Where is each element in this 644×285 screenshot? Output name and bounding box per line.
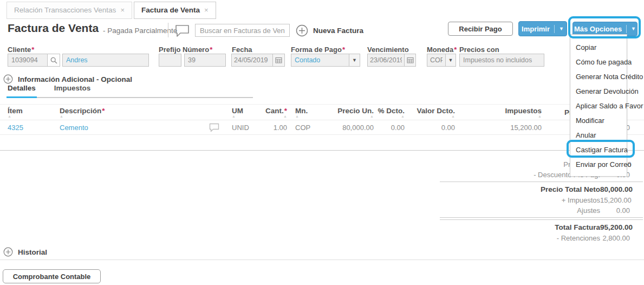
- item-code-link[interactable]: 4325: [0, 124, 60, 132]
- total-row-total-factura: Total Factura95,200.00: [440, 222, 643, 233]
- more-options-menu: Copiar Cómo fue pagada Generar Nota Créd…: [570, 34, 627, 177]
- tab-detalles[interactable]: Detalles: [6, 84, 37, 98]
- menu-item-modificar[interactable]: Modificar: [570, 113, 627, 127]
- cell-impuestos: 15,200.00: [455, 124, 542, 132]
- numero-field[interactable]: [184, 54, 226, 67]
- cliente-name-field[interactable]: [62, 54, 149, 67]
- invoice-page: Relación Transacciones Ventas × Factura …: [0, 0, 644, 285]
- item-description-link[interactable]: Cemento: [60, 124, 203, 132]
- fecha-field[interactable]: [231, 54, 273, 67]
- cell-mn: COP: [287, 124, 326, 132]
- tab-factura-venta[interactable]: Factura de Venta ×: [134, 2, 216, 19]
- precios-con-field[interactable]: [459, 54, 544, 67]
- info-adicional-toggle[interactable]: Información Adicional - Opcional: [3, 74, 132, 84]
- col-pct-dcto[interactable]: % Dcto.▲: [374, 105, 405, 120]
- divider: [168, 23, 168, 37]
- comprobante-contable-button[interactable]: Comprobante Contable: [3, 269, 101, 283]
- search-client-button[interactable]: [47, 54, 60, 67]
- page-title: Factura de Venta: [8, 22, 99, 35]
- cell-precio-un: 80,000.00: [326, 124, 374, 132]
- menu-item-enviar-correo[interactable]: Enviar por Correo: [570, 157, 627, 171]
- tab-label: Factura de Venta: [141, 6, 200, 14]
- menu-item-como-fue-pagada[interactable]: Cómo fue pagada: [570, 54, 627, 69]
- calendar-icon: [275, 57, 282, 63]
- close-icon[interactable]: ×: [120, 6, 125, 14]
- fecha-label: Fecha: [232, 46, 252, 54]
- info-adicional-label: Información Adicional - Opcional: [18, 75, 132, 83]
- divider: [626, 25, 627, 33]
- print-button[interactable]: Imprimir ▼: [518, 21, 567, 36]
- numero-label: Número*: [183, 46, 212, 54]
- forma-pago-field[interactable]: [291, 54, 349, 67]
- divider: [554, 25, 555, 33]
- moneda-dropdown-button[interactable]: ▼: [445, 54, 456, 67]
- vencimiento-field[interactable]: [367, 54, 405, 67]
- vencimiento-calendar-button[interactable]: [404, 54, 416, 67]
- receive-payment-button[interactable]: Recibir Pago: [448, 22, 513, 36]
- divider: [440, 217, 643, 218]
- status-badge: - Pagada Parcialmente: [103, 27, 177, 35]
- new-invoice-label: Nueva Factura: [313, 27, 363, 35]
- total-row-impuestos: + Impuestos15,200.00: [440, 195, 643, 205]
- col-impuestos[interactable]: Impuestos▲: [455, 105, 542, 120]
- fecha-calendar-button[interactable]: [272, 54, 285, 67]
- tab-relacion-transacciones[interactable]: Relación Transacciones Ventas ×: [6, 2, 132, 19]
- menu-item-copiar[interactable]: Copiar: [570, 40, 627, 54]
- plus-circle-icon: [296, 24, 308, 37]
- row-comment-icon[interactable]: [203, 123, 225, 132]
- vencimiento-label: Vencimiento: [367, 46, 409, 54]
- cell-um: UNID: [225, 124, 256, 132]
- col-descripcion[interactable]: Descripción*▲: [60, 105, 203, 120]
- chevron-down-icon: ▼: [448, 57, 453, 63]
- col-comment: [203, 105, 225, 120]
- chevron-down-icon[interactable]: ▼: [559, 27, 564, 31]
- menu-item-aplicar-saldo[interactable]: Aplicar Saldo a Favor: [570, 98, 627, 113]
- divider: [440, 182, 643, 182]
- tab-label: Relación Transacciones Ventas: [14, 6, 116, 14]
- close-icon[interactable]: ×: [204, 6, 209, 14]
- prefijo-field[interactable]: [159, 54, 181, 67]
- plus-circle-icon: [3, 247, 13, 257]
- menu-item-generar-nota-credito[interactable]: Generar Nota Crédito: [570, 69, 627, 83]
- print-label: Imprimir: [522, 25, 550, 33]
- menu-item-generar-devolucion[interactable]: Generar Devolución: [570, 83, 627, 98]
- col-mn[interactable]: Mn.▲: [287, 105, 326, 120]
- divider: [440, 219, 643, 220]
- items-table: Ítem▲ Descripción*▲ UM▲ Cant.*▲ Mn.▲ Pre…: [0, 104, 644, 151]
- col-um[interactable]: UM▲: [225, 105, 256, 120]
- plus-circle-icon: [3, 74, 13, 84]
- tab-bar: Relación Transacciones Ventas × Factura …: [6, 2, 216, 19]
- precios-con-label: Precios con: [459, 46, 499, 54]
- moneda-label: Moneda*: [427, 46, 457, 54]
- col-precio-un[interactable]: Precio Un.▲: [326, 105, 374, 120]
- comment-icon[interactable]: [175, 24, 190, 40]
- cliente-code-field[interactable]: [8, 54, 48, 67]
- search-icon: [50, 57, 57, 64]
- tab-impuestos[interactable]: Impuestos: [53, 84, 92, 98]
- table-row[interactable]: 4325 Cemento UNID 1.00 COP 80,000.00 0.0…: [0, 120, 644, 135]
- chevron-down-icon: ▼: [352, 57, 357, 63]
- cliente-label: Cliente*: [8, 46, 34, 54]
- cell-pct-dcto: 0.00: [374, 124, 405, 132]
- total-row-ajustes: Ajustes0.00: [440, 205, 643, 216]
- prefijo-label: Prefijo: [159, 46, 180, 54]
- new-invoice-button[interactable]: Nueva Factura: [296, 24, 363, 37]
- divider: [0, 260, 644, 260]
- cell-valor-dcto: 0.00: [405, 124, 455, 132]
- menu-item-castigar-factura[interactable]: Castigar Factura: [570, 142, 627, 157]
- table-bottom-border: [0, 135, 644, 151]
- col-valor-dcto[interactable]: Valor Dcto.▲: [405, 105, 455, 120]
- detail-tabs: Detalles Impuestos: [6, 84, 253, 98]
- cell-cant: 1.00: [256, 124, 287, 132]
- chevron-down-icon[interactable]: ▼: [631, 27, 636, 31]
- moneda-field[interactable]: [427, 54, 446, 67]
- search-input[interactable]: [195, 24, 290, 37]
- historial-toggle[interactable]: Historial: [3, 247, 47, 257]
- historial-label: Historial: [18, 248, 47, 256]
- col-item[interactable]: Ítem▲: [0, 105, 60, 120]
- menu-item-anular[interactable]: Anular: [570, 127, 627, 142]
- forma-pago-dropdown-button[interactable]: ▼: [349, 54, 360, 67]
- table-header: Ítem▲ Descripción*▲ UM▲ Cant.*▲ Mn.▲ Pre…: [0, 104, 644, 120]
- col-cant[interactable]: Cant.*▲: [256, 105, 287, 120]
- calendar-icon: [407, 57, 414, 63]
